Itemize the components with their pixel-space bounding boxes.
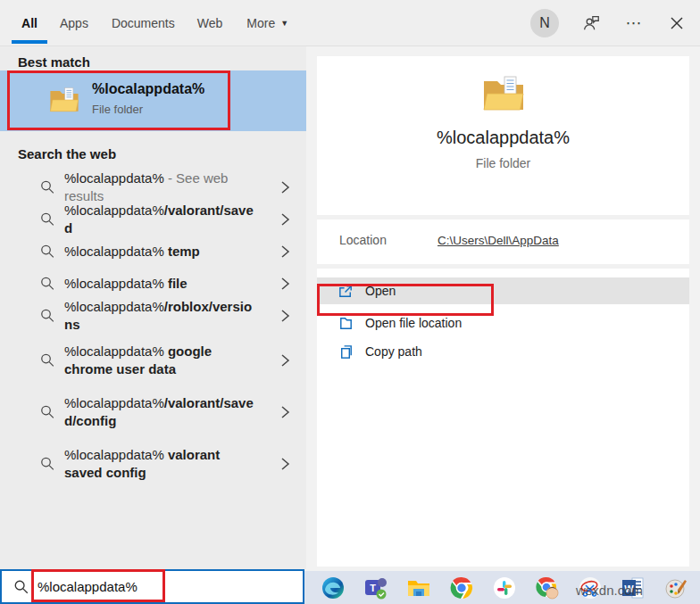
teams-icon[interactable]: T	[364, 576, 388, 600]
search-icon	[39, 211, 56, 228]
suggestion-base: %localappdata%	[64, 343, 164, 359]
chrome-icon[interactable]	[450, 576, 473, 600]
close-icon[interactable]	[666, 12, 688, 34]
suggestion-base: %localappdata%	[64, 299, 164, 314]
windows-search-flyout: All Apps Documents Web More ▼ N ⋯	[0, 0, 700, 604]
action-open-file-location-label: Open file location	[365, 316, 462, 330]
suggestion-base: %localappdata%	[64, 170, 164, 186]
chevron-right-icon	[279, 457, 290, 471]
action-copy-path-label: Copy path	[365, 344, 422, 359]
suggestion-base: %localappdata%	[64, 203, 164, 218]
chevron-right-icon	[279, 180, 290, 194]
action-open-file-location[interactable]: Open file location	[317, 310, 689, 336]
divider	[317, 264, 689, 269]
suggestion-row[interactable]: %localappdata% file	[0, 268, 306, 300]
best-match-result[interactable]: %localappdata% File folder	[0, 70, 306, 131]
action-open-label: Open	[365, 284, 396, 298]
chevron-down-icon: ▼	[280, 19, 288, 28]
tab-more-label: More	[246, 16, 275, 30]
tab-all[interactable]: All	[12, 0, 47, 46]
action-copy-path[interactable]: Copy path	[317, 338, 689, 365]
results-pane: Best match %localappdata% File folder Se…	[0, 46, 306, 569]
suggestion-row[interactable]: %localappdata% - See web results	[0, 171, 306, 203]
copy-icon	[338, 343, 354, 360]
suggestion-row[interactable]: %localappdata%/valorant/saved	[0, 203, 306, 236]
open-icon	[338, 283, 354, 300]
search-icon	[39, 456, 56, 473]
suggestion-base: %localappdata%	[64, 395, 164, 410]
search-icon	[39, 179, 56, 196]
watermark: wsxdn.com	[576, 583, 643, 598]
chevron-right-icon	[279, 277, 290, 291]
edge-icon[interactable]	[321, 576, 345, 600]
search-filter-bar: All Apps Documents Web More ▼ N ⋯	[0, 0, 700, 46]
location-label: Location	[339, 233, 438, 247]
best-match-header: Best match	[18, 46, 306, 70]
search-icon	[39, 276, 56, 293]
svg-text:T: T	[370, 583, 376, 593]
suggestion-row[interactable]: %localappdata% temp	[0, 236, 306, 268]
chevron-right-icon	[279, 353, 290, 368]
filter-tabs: All Apps Documents Web More ▼	[12, 0, 288, 46]
folder-icon	[49, 87, 79, 113]
result-preview: %localappdata% File folder	[317, 56, 689, 170]
preview-subtitle: File folder	[317, 156, 689, 170]
slack-icon[interactable]	[493, 576, 516, 600]
topbar-actions: N ⋯	[530, 0, 688, 46]
best-match-title: %localappdata%	[92, 81, 204, 97]
tab-web[interactable]: Web	[197, 0, 223, 46]
chevron-right-icon	[279, 309, 290, 323]
location-row: Location C:\Users\Dell\AppData	[339, 233, 559, 247]
chrome-profile-icon[interactable]	[536, 576, 559, 600]
paint-icon[interactable]	[664, 576, 688, 600]
suggestion-row[interactable]: %localappdata% google chrome user data	[0, 337, 306, 384]
folder-location-icon	[338, 315, 354, 332]
suggestion-suffix: file	[164, 276, 188, 291]
search-icon	[39, 352, 56, 369]
suggestion-base: %localappdata%	[64, 276, 164, 291]
web-suggestions-list: %localappdata% - See web results %locala…	[0, 171, 306, 487]
chevron-right-icon	[279, 212, 290, 227]
preview-title: %localappdata%	[317, 128, 689, 148]
location-path-link[interactable]: C:\Users\Dell\AppData	[438, 234, 559, 247]
feedback-icon[interactable]	[580, 12, 602, 34]
action-open[interactable]: Open	[317, 277, 689, 304]
search-bar	[0, 569, 304, 604]
user-avatar[interactable]: N	[530, 9, 559, 37]
search-icon	[39, 308, 56, 325]
chevron-right-icon	[279, 244, 290, 259]
chevron-right-icon	[279, 405, 290, 419]
search-icon	[13, 579, 29, 595]
tab-apps[interactable]: Apps	[60, 0, 88, 46]
search-input[interactable]	[38, 579, 252, 594]
divider	[317, 215, 689, 219]
file-explorer-icon[interactable]	[407, 576, 430, 600]
suggestion-row[interactable]: %localappdata%/valorant/saved/config	[0, 389, 306, 435]
tab-more[interactable]: More ▼	[246, 0, 288, 46]
suggestion-row[interactable]: %localappdata% valorant saved config	[0, 441, 306, 487]
suggestion-row[interactable]: %localappdata%/roblox/versions	[0, 300, 306, 332]
tab-documents[interactable]: Documents	[112, 0, 175, 46]
search-the-web-header: Search the web	[18, 146, 306, 170]
search-icon	[39, 404, 56, 421]
suggestion-base: %localappdata%	[64, 244, 164, 259]
best-match-subtitle: File folder	[92, 103, 204, 116]
suggestion-suffix: temp	[164, 244, 200, 259]
search-icon	[39, 244, 56, 261]
details-pane: %localappdata% File folder Location C:\U…	[317, 56, 689, 567]
suggestion-base: %localappdata%	[64, 447, 164, 462]
folder-icon-large	[482, 75, 525, 112]
more-options-icon[interactable]: ⋯	[623, 12, 645, 34]
